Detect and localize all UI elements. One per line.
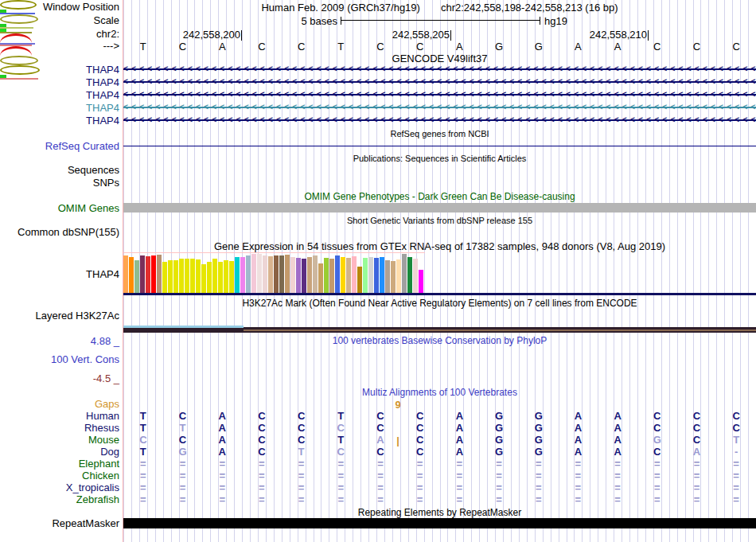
gtex-tissue-bar[interactable] <box>357 267 362 294</box>
gtex-tissue-bar[interactable] <box>307 257 312 294</box>
vert-cons-label[interactable]: 100 Vert. Cons <box>0 354 119 365</box>
gtex-tissue-bar[interactable] <box>396 259 401 294</box>
multiz-base-cell: = <box>411 470 429 481</box>
omim-gene-bar[interactable] <box>123 203 756 213</box>
multiz-species-label[interactable]: Chicken <box>0 470 119 482</box>
minus-strand-arrow: < <box>147 78 152 86</box>
gencode-gene-label[interactable]: THAP4 <box>0 103 119 114</box>
gtex-tissue-bar[interactable] <box>296 258 301 294</box>
gencode-gene-line[interactable]: <<<<<<<<<<<<<<<<<<<<<<<<<<<<<<<<<<<<<<<<… <box>123 77 756 87</box>
multiz-species-label[interactable]: Human <box>0 411 119 422</box>
gencode-gene-line[interactable]: <<<<<<<<<<<<<<<<<<<<<<<<<<<<<<<<<<<<<<<<… <box>123 90 756 99</box>
multiz-species-label[interactable]: Zebrafish <box>0 494 119 505</box>
minus-strand-arrow: < <box>413 65 418 73</box>
minus-strand-arrow: < <box>292 91 297 99</box>
gtex-tissue-bar[interactable] <box>329 259 334 294</box>
gtex-tissue-bar[interactable] <box>279 255 284 294</box>
gencode-gene-label[interactable]: THAP4 <box>0 90 119 101</box>
minus-strand-arrow: < <box>180 116 185 124</box>
publications-snps-label[interactable]: SNPs <box>0 177 119 189</box>
gtex-tissue-bar[interactable] <box>196 259 201 294</box>
gtex-tissue-bar[interactable] <box>407 257 412 294</box>
window-position-label: Window Position <box>0 2 119 13</box>
gtex-gene-label[interactable]: THAP4 <box>0 269 119 280</box>
gtex-tissue-bar[interactable] <box>290 257 295 294</box>
gtex-tissue-bar[interactable] <box>123 255 128 294</box>
minus-strand-arrow: < <box>389 116 394 124</box>
gtex-tissue-bar[interactable] <box>419 270 423 294</box>
gtex-tissue-bar[interactable] <box>168 260 173 294</box>
gtex-tissue-bar[interactable] <box>173 260 178 294</box>
gtex-tissue-bar[interactable] <box>251 254 256 294</box>
gtex-tissue-bar[interactable] <box>368 257 373 294</box>
gtex-tissue-bar[interactable] <box>352 256 357 294</box>
gtex-tissue-bar[interactable] <box>201 264 206 294</box>
gencode-gene-line[interactable]: <<<<<<<<<<<<<<<<<<<<<<<<<<<<<<<<<<<<<<<<… <box>123 115 756 125</box>
gtex-tissue-bar[interactable] <box>413 259 418 294</box>
gtex-tissue-bar[interactable] <box>207 262 212 294</box>
refseq-gene-line[interactable] <box>123 146 756 146</box>
gtex-tissue-bar[interactable] <box>134 260 139 294</box>
multiz-base-cell: = <box>569 494 586 505</box>
multiz-species-label[interactable]: Elephant <box>0 458 119 470</box>
multiz-species-label[interactable]: Rhesus <box>0 423 119 434</box>
gtex-tissue-bar[interactable] <box>190 259 195 294</box>
layered-h3k27ac-label[interactable]: Layered H3K27Ac <box>0 310 119 322</box>
refseq-curated-label[interactable]: RefSeq Curated <box>0 141 119 152</box>
gtex-tissue-bar[interactable] <box>318 263 323 294</box>
gtex-tissue-bar[interactable] <box>380 257 384 294</box>
gtex-tissue-bar[interactable] <box>179 259 184 294</box>
strand-direction-label[interactable]: ---> <box>0 41 119 52</box>
gencode-gene-label[interactable]: THAP4 <box>0 115 119 127</box>
gtex-tissue-bar[interactable] <box>240 257 245 294</box>
gtex-tissue-bar[interactable] <box>285 255 290 294</box>
common-dbsnp-label[interactable]: Common dbSNP(155) <box>0 227 119 238</box>
gtex-tissue-bar[interactable] <box>224 260 228 294</box>
gtex-tissue-bar[interactable] <box>324 258 329 294</box>
gtex-tissue-bar[interactable] <box>363 258 368 294</box>
gtex-tissue-bar[interactable] <box>246 255 251 294</box>
gtex-tissue-bar[interactable] <box>146 256 150 294</box>
gtex-tissue-bar[interactable] <box>268 256 273 294</box>
multiz-species-label[interactable]: X_tropicalis <box>0 482 119 493</box>
omim-genes-label[interactable]: OMIM Genes <box>0 203 119 214</box>
gencode-gene-label[interactable]: THAP4 <box>0 64 119 76</box>
gtex-tissue-bar[interactable] <box>402 254 407 294</box>
gtex-tissue-bar[interactable] <box>385 260 390 294</box>
gtex-tissue-bar[interactable] <box>218 262 223 294</box>
gencode-track-title: GENCODE V49lift37 <box>123 53 756 64</box>
minus-strand-arrow: < <box>662 91 667 99</box>
minus-strand-arrow: < <box>550 103 555 111</box>
minus-strand-arrow: < <box>341 103 345 111</box>
gtex-tissue-bar[interactable] <box>346 258 351 294</box>
gtex-tissue-bar[interactable] <box>229 261 234 294</box>
gencode-gene-line[interactable]: <<<<<<<<<<<<<<<<<<<<<<<<<<<<<<<<<<<<<<<<… <box>123 64 756 74</box>
gtex-tissue-bar[interactable] <box>151 255 156 294</box>
gtex-tissue-bar[interactable] <box>302 259 306 294</box>
gtex-tissue-bar[interactable] <box>263 255 267 294</box>
gencode-gene-label[interactable]: THAP4 <box>0 77 119 88</box>
repeatmasker-element-bar[interactable] <box>123 518 756 528</box>
gtex-tissue-bar[interactable] <box>274 255 279 294</box>
gtex-tissue-bar[interactable] <box>212 259 217 294</box>
multiz-species-label[interactable]: Dog <box>0 446 119 458</box>
gtex-tissue-bar[interactable] <box>335 255 340 294</box>
gtex-tissue-bar[interactable] <box>157 255 162 294</box>
gtex-tissue-bar[interactable] <box>257 254 262 294</box>
publications-sequences-label[interactable]: Sequences <box>0 165 119 176</box>
gtex-tissue-bar[interactable] <box>374 258 379 294</box>
gtex-tissue-bar[interactable] <box>341 257 345 294</box>
gencode-gene-line[interactable]: <<<<<<<<<<<<<<<<<<<<<<<<<<<<<<<<<<<<<<<<… <box>123 103 756 112</box>
gtex-tissue-bar[interactable] <box>140 255 145 294</box>
gtex-tissue-bar[interactable] <box>162 262 167 294</box>
gtex-tissue-bar[interactable] <box>313 255 318 294</box>
multiz-species-label[interactable]: Mouse <box>0 435 119 446</box>
multiz-gaps-label[interactable]: Gaps <box>0 399 119 410</box>
gtex-tissue-bar[interactable] <box>391 261 396 294</box>
gtex-tissue-bar[interactable] <box>235 257 240 294</box>
gtex-tissue-bar[interactable] <box>185 259 189 294</box>
minus-strand-arrow: < <box>742 65 747 73</box>
repeatmasker-label[interactable]: RepeatMasker <box>0 518 119 529</box>
minus-strand-arrow: < <box>349 103 353 111</box>
gtex-tissue-bar[interactable] <box>129 257 134 294</box>
